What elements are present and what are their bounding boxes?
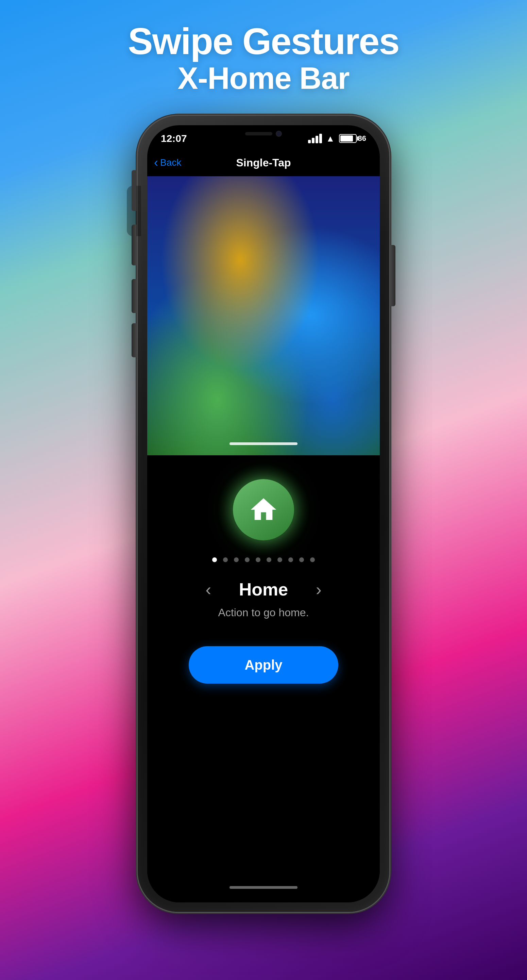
home-icon (248, 495, 279, 525)
dot-3 (234, 557, 239, 562)
phone-shell: 12:07 ▲ 86 (138, 116, 389, 912)
next-arrow-icon: › (316, 579, 322, 599)
volume-down-button (132, 323, 137, 357)
battery-fill (340, 135, 353, 142)
title-sub: X-Home Bar (0, 62, 527, 95)
battery-box (339, 134, 357, 143)
dot-2 (223, 557, 228, 562)
phone-screen: 12:07 ▲ 86 (147, 125, 380, 902)
back-label: Back (160, 157, 181, 168)
action-description: Action to go home. (218, 606, 309, 619)
nav-bar: ‹ Back Single-Tap (147, 149, 380, 176)
page-indicators (212, 557, 315, 562)
status-icons: ▲ 86 (308, 130, 366, 144)
dot-4 (245, 557, 249, 562)
header-section: Swipe Gestures X-Home Bar (0, 21, 527, 95)
dot-8 (288, 557, 293, 562)
dot-10 (310, 557, 315, 562)
dot-5 (256, 557, 260, 562)
back-button[interactable]: ‹ Back (154, 156, 181, 169)
action-icon-container (230, 476, 297, 544)
volume-up-button (132, 279, 137, 313)
home-action-icon (233, 479, 294, 540)
dot-1 (212, 557, 217, 562)
action-name-row: ‹ Home › (147, 579, 380, 600)
action-panel: ‹ Home › Action to go home. Apply (147, 455, 380, 902)
nav-title: Single-Tap (236, 156, 291, 169)
status-time: 12:07 (161, 130, 187, 144)
title-main: Swipe Gestures (0, 21, 527, 62)
dot-7 (278, 557, 282, 562)
notch (230, 125, 297, 142)
next-action-button[interactable]: › (308, 579, 329, 600)
apply-button[interactable]: Apply (189, 646, 338, 684)
power-button (390, 245, 395, 306)
home-indicator (230, 886, 297, 889)
prev-action-button[interactable]: ‹ (198, 579, 219, 600)
wifi-icon: ▲ (326, 134, 335, 144)
phone-mockup: 12:07 ▲ 86 (138, 116, 389, 912)
dot-6 (267, 557, 271, 562)
action-name-label: Home (239, 579, 288, 600)
prev-arrow-icon: ‹ (205, 579, 211, 599)
home-bar-preview (230, 442, 297, 445)
wallpaper-gradient (147, 176, 380, 455)
front-camera (276, 130, 282, 137)
signal-icon (308, 134, 322, 143)
battery-label: 86 (358, 134, 366, 143)
speaker (245, 132, 272, 135)
dot-9 (299, 557, 304, 562)
chevron-left-icon: ‹ (154, 156, 158, 169)
battery-indicator: 86 (339, 134, 366, 143)
wallpaper-preview (147, 176, 380, 455)
